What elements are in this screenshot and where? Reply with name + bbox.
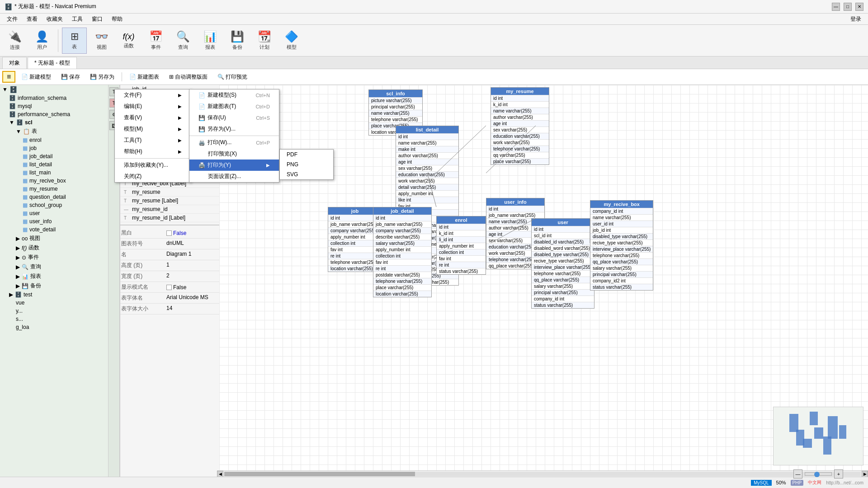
- print-as-svg[interactable]: SVG: [280, 169, 333, 179]
- sidebar-table-job-detail[interactable]: ▦ job_detail: [0, 152, 108, 160]
- db-table-my-resume[interactable]: my_resume id int k_id int name varchar(2…: [491, 87, 549, 165]
- sidebar-table-my-resume[interactable]: ▦ my_resume: [0, 185, 108, 193]
- menu-file[interactable]: 文件: [2, 14, 22, 24]
- file-menu-sep-1: [189, 136, 279, 136]
- file-menu-page-setup[interactable]: 页面设置(Z)...: [189, 171, 279, 182]
- sidebar-views[interactable]: ▶ oo 视图: [0, 234, 108, 243]
- db-table-my-recive-box[interactable]: my_recive_box company_id int name varcha…: [590, 200, 653, 291]
- file-menu-save-as[interactable]: 💾 另存为(V)...: [189, 123, 279, 135]
- sec-save-as[interactable]: 💾 另存为: [86, 71, 118, 83]
- toolbar-table[interactable]: ⊞ 表: [62, 28, 87, 54]
- db-table-user[interactable]: user id int scl_id int disabled_id varch…: [531, 218, 594, 309]
- sidebar-mysql[interactable]: 🗄️ mysql: [0, 102, 108, 110]
- sidebar-table-school-group[interactable]: ▦ school_group: [0, 201, 108, 209]
- sidebar-test[interactable]: ▶ 🗄️ test: [0, 291, 108, 299]
- menu-item-help[interactable]: 帮助(H) ▶: [115, 146, 191, 157]
- minimap-slider[interactable]: [805, 472, 832, 476]
- menu-favorites[interactable]: 收藏夹: [42, 14, 67, 24]
- sec-save[interactable]: 💾 保存: [57, 71, 84, 83]
- toolbar-event[interactable]: 📅 事件: [143, 28, 168, 54]
- hscroll-thumb[interactable]: [224, 472, 415, 476]
- diagram-canvas[interactable]: scl_info picture varchar(255) principal …: [219, 85, 868, 488]
- file-menu-save[interactable]: 💾 保存(U) Ctrl+S: [189, 112, 279, 123]
- toolbar-backup[interactable]: 💾 备份: [225, 28, 250, 54]
- sidebar-table-vote-detail[interactable]: ▦ vote_detail: [0, 225, 108, 234]
- file-menu-print[interactable]: 🖨️ 打印(W)... Ctrl+P: [189, 137, 279, 148]
- sidebar-scl[interactable]: ▼ 🗄️ scl: [0, 118, 108, 127]
- toolbar-view[interactable]: 👓 视图: [89, 28, 114, 54]
- sidebar-tree-root[interactable]: ▼ 🗄️: [0, 85, 108, 94]
- sec-auto-adjust[interactable]: ⊞ 自动调整版面: [165, 71, 212, 83]
- print-as-submenu[interactable]: PDF PNG SVG: [279, 149, 334, 180]
- toolbar-connect[interactable]: 🔌 连接: [2, 28, 27, 54]
- sidebar-functions[interactable]: ▶ f() 函数: [0, 243, 108, 253]
- print-as-pdf[interactable]: PDF: [280, 150, 333, 160]
- sidebar-table-user[interactable]: ▦ user: [0, 209, 108, 217]
- checkbox-display-mode[interactable]: [166, 285, 172, 290]
- menu-item-edit[interactable]: 编辑(E) ▶: [115, 101, 191, 112]
- toolbar-query[interactable]: 🔍 查询: [170, 28, 195, 54]
- sidebar-reports[interactable]: ▶ 📊 报表: [0, 272, 108, 281]
- sidebar-table-list-detail[interactable]: ▦ list_detail: [0, 160, 108, 169]
- toolbar-func[interactable]: f(x) 函数: [116, 28, 141, 54]
- sidebar-backups[interactable]: ▶ 💾 备份: [0, 281, 108, 291]
- sidebar-queries[interactable]: ▶ 🔍 查询: [0, 262, 108, 272]
- menu-window[interactable]: 窗口: [87, 14, 107, 24]
- login-button[interactable]: 登录: [846, 14, 866, 24]
- menu-item-view-sub[interactable]: 查看(V) ▶: [115, 112, 191, 123]
- toolbar-user[interactable]: 👤 用户: [29, 28, 54, 54]
- sidebar-test-y[interactable]: y...: [0, 307, 108, 315]
- sidebar-test-vue[interactable]: vue: [0, 299, 108, 307]
- menu-item-file[interactable]: 文件(F) ▶: [115, 89, 191, 101]
- sidebar-table-question-detail[interactable]: ▦ question_detail: [0, 193, 108, 201]
- close-button[interactable]: ✕: [855, 3, 863, 11]
- tab-objects[interactable]: 对象: [2, 57, 27, 69]
- file-menu-print-as[interactable]: 🖨️ 打印为(Y) ▶: [189, 160, 279, 171]
- print-as-png[interactable]: PNG: [280, 160, 333, 169]
- toolbar-report[interactable]: 📊 报表: [198, 28, 222, 54]
- menu-item-tools-sub[interactable]: 工具(T) ▶: [115, 135, 191, 146]
- sidebar-events[interactable]: ▶ ⊙ 事件: [0, 253, 108, 262]
- sidebar-information-schema[interactable]: 🗄️ information_schema: [0, 94, 108, 102]
- sec-new-model[interactable]: 📄 新建模型: [17, 71, 55, 83]
- sidebar-table-list-main[interactable]: ▦ list_main: [0, 169, 108, 177]
- sidebar-table-user-info[interactable]: ▦ user_info: [0, 217, 108, 225]
- horizontal-scrollbar[interactable]: ◀ ▶: [217, 470, 868, 477]
- file-menu-print-preview[interactable]: 打印预览(X): [189, 148, 279, 160]
- sec-print-preview[interactable]: 🔍 打印预览: [213, 71, 251, 83]
- menu-help[interactable]: 帮助: [107, 14, 127, 24]
- menu-item-model[interactable]: 模型(M) ▶: [115, 123, 191, 135]
- field-item-my-resume[interactable]: T my_resume: [120, 188, 219, 197]
- tab-model[interactable]: * 无标题 - 模型: [28, 57, 77, 69]
- sidebar-table-enrol[interactable]: ▦ enrol: [0, 136, 108, 144]
- sec-new-diagram[interactable]: 📄 新建图表: [125, 71, 163, 83]
- sidebar-test-s[interactable]: s...: [0, 315, 108, 323]
- scroll-left-button[interactable]: ◀: [217, 471, 223, 477]
- sidebar-test-g-loa[interactable]: g_loa: [0, 323, 108, 331]
- toolbar-schedule[interactable]: 📆 计划: [252, 28, 277, 54]
- file-submenu[interactable]: 📄 新建模型(S) Ctrl+N 📄 新建图表(T) Ctrl+D 💾 保存(U…: [189, 89, 279, 183]
- sidebar-table-job[interactable]: ▦ job: [0, 144, 108, 152]
- main-dropdown-menu[interactable]: 文件(F) ▶ 编辑(E) ▶ 查看(V) ▶ 模型(M) ▶ 工具(T) ▶ …: [114, 89, 191, 183]
- field-item-my-resume-id-label[interactable]: T my_resume_id [Label]: [120, 214, 219, 222]
- toolbar-model[interactable]: 🔷 模型: [279, 28, 304, 54]
- minimap-zoom-out[interactable]: —: [793, 469, 802, 479]
- db-table-enrol[interactable]: enrol id int k_id int li_id int apply_nu…: [436, 216, 486, 275]
- menu-item-add-favorites[interactable]: 添加到收藏夹(Y)...: [115, 160, 191, 171]
- menu-view[interactable]: 查看: [22, 14, 42, 24]
- checkbox-black-white[interactable]: [166, 230, 172, 236]
- sidebar-performance-schema[interactable]: 🗄️ performance_schema: [0, 110, 108, 118]
- menu-item-close[interactable]: 关闭(Z): [115, 171, 191, 182]
- sec-menu-button[interactable]: ≡: [2, 71, 15, 83]
- sidebar-table-my-recive-box[interactable]: ▦ my_recive_box: [0, 177, 108, 185]
- field-item-my-resume-id[interactable]: — my_resume_id: [120, 205, 219, 214]
- db-table-job-detail[interactable]: job_detail id int job_name varchar(255) …: [373, 207, 432, 297]
- field-item-my-resume-label[interactable]: T my_resume [Label]: [120, 197, 219, 205]
- minimap-zoom-in[interactable]: +: [834, 469, 843, 479]
- sidebar-tables-group[interactable]: ▼ 📋 表: [0, 127, 108, 136]
- maximize-button[interactable]: □: [844, 3, 852, 11]
- menu-tools[interactable]: 工具: [67, 14, 87, 24]
- minimize-button[interactable]: —: [832, 3, 840, 11]
- file-menu-new-model[interactable]: 📄 新建模型(S) Ctrl+N: [189, 89, 279, 101]
- file-menu-new-diagram[interactable]: 📄 新建图表(T) Ctrl+D: [189, 101, 279, 112]
